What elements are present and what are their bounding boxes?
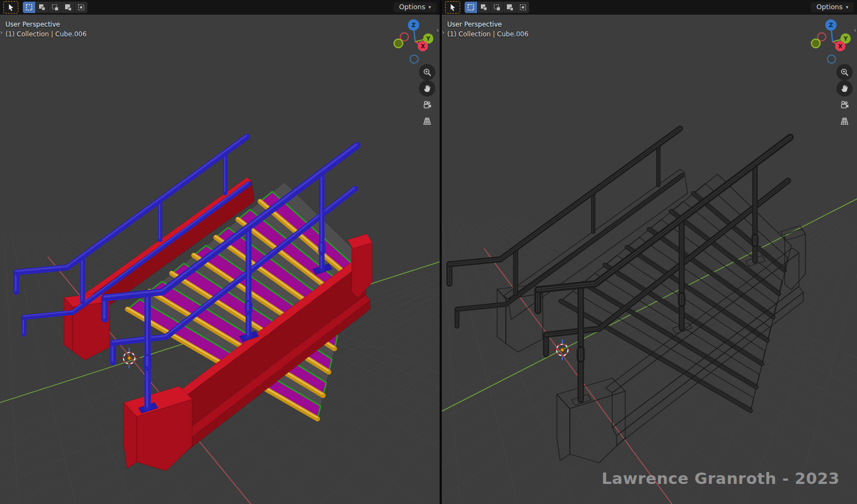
navigation-gizmo[interactable]: Z Y X bbox=[392, 18, 439, 68]
camera-view-icon bbox=[839, 99, 850, 110]
viewport-right-header: Options ▾ bbox=[442, 0, 857, 15]
tweak-tool-button[interactable] bbox=[445, 1, 460, 14]
select-mode-extend-button[interactable] bbox=[36, 2, 48, 13]
options-button[interactable]: Options ▾ bbox=[393, 2, 436, 12]
select-mode-group bbox=[465, 2, 529, 13]
gizmo-axis-neg-y[interactable] bbox=[811, 39, 820, 48]
scene-canvas-right[interactable] bbox=[442, 0, 857, 504]
projection-toggle-button[interactable] bbox=[836, 113, 853, 129]
select-mode-subtract-button[interactable] bbox=[491, 2, 503, 13]
select-mode-invert-button[interactable] bbox=[62, 2, 74, 13]
camera-view-button[interactable] bbox=[419, 97, 435, 113]
box-select-subtract-icon bbox=[493, 4, 500, 11]
chevron-down-icon: ▾ bbox=[428, 5, 431, 10]
svg-text:X: X bbox=[421, 43, 425, 49]
pan-hand-icon bbox=[840, 84, 849, 93]
tweak-cursor-icon bbox=[449, 4, 456, 11]
box-select-intersect-icon bbox=[78, 4, 85, 11]
pan-hand-icon bbox=[422, 84, 432, 93]
viewport-left-header: Options ▾ bbox=[0, 0, 440, 15]
viewport-nav-buttons bbox=[836, 64, 853, 129]
projection-grid-icon bbox=[839, 116, 850, 126]
navigation-gizmo[interactable]: Z Y X bbox=[809, 18, 856, 68]
scene-canvas-left[interactable] bbox=[0, 0, 440, 504]
svg-text:Y: Y bbox=[426, 35, 430, 42]
projection-toggle-button[interactable] bbox=[419, 113, 435, 129]
svg-text:Y: Y bbox=[843, 35, 848, 42]
box-select-set-icon bbox=[26, 4, 33, 11]
zoom-in-magnifier-icon bbox=[840, 67, 849, 77]
select-mode-invert-button[interactable] bbox=[504, 2, 516, 13]
camera-view-button[interactable] bbox=[836, 97, 853, 113]
viewport-right-pane: Options ▾ User Perspective (1) Collectio… bbox=[442, 0, 857, 504]
viewport-left-pane: Options ▾ User Perspective (1) Collectio… bbox=[0, 0, 440, 504]
svg-text:Z: Z bbox=[411, 22, 416, 29]
zoom-button[interactable] bbox=[836, 64, 853, 80]
tweak-cursor-icon bbox=[8, 4, 15, 11]
select-mode-set-button[interactable] bbox=[23, 2, 35, 13]
chevron-down-icon: ▾ bbox=[846, 5, 848, 10]
select-mode-intersect-button[interactable] bbox=[75, 2, 87, 13]
svg-text:Z: Z bbox=[829, 22, 833, 29]
gizmo-axis-z[interactable]: Z bbox=[408, 20, 420, 31]
select-mode-set-button[interactable] bbox=[465, 2, 477, 13]
gizmo-axis-neg-z[interactable] bbox=[410, 55, 418, 63]
select-mode-intersect-button[interactable] bbox=[517, 2, 529, 13]
options-label: Options bbox=[399, 4, 425, 11]
gizmo-axis-neg-z[interactable] bbox=[828, 55, 836, 63]
gizmo-axis-z[interactable]: Z bbox=[826, 20, 837, 31]
zoom-in-magnifier-icon bbox=[422, 67, 432, 77]
box-select-extend-icon bbox=[480, 4, 487, 11]
svg-text:X: X bbox=[838, 43, 842, 49]
zoom-button[interactable] bbox=[419, 64, 435, 80]
options-label: Options bbox=[816, 4, 842, 11]
box-select-set-icon bbox=[467, 4, 474, 11]
box-select-subtract-icon bbox=[52, 4, 59, 11]
select-mode-group bbox=[23, 2, 87, 13]
pan-view-button[interactable] bbox=[419, 80, 435, 97]
camera-view-icon bbox=[422, 99, 433, 110]
gizmo-axis-neg-y[interactable] bbox=[394, 39, 403, 48]
projection-grid-icon bbox=[422, 116, 433, 126]
viewport-nav-buttons bbox=[419, 64, 435, 129]
select-mode-subtract-button[interactable] bbox=[49, 2, 61, 13]
gizmo-axis-x[interactable]: X bbox=[418, 41, 428, 52]
toolbar-expand-chevron[interactable]: › bbox=[442, 28, 445, 36]
box-select-intersect-icon bbox=[519, 4, 526, 11]
tweak-tool-button[interactable] bbox=[3, 1, 18, 14]
options-button[interactable]: Options ▾ bbox=[811, 2, 854, 12]
gizmo-axis-x[interactable]: X bbox=[835, 41, 846, 52]
box-select-invert-icon bbox=[65, 4, 72, 11]
select-mode-extend-button[interactable] bbox=[478, 2, 490, 13]
box-select-extend-icon bbox=[39, 4, 46, 11]
box-select-invert-icon bbox=[506, 4, 513, 11]
toolbar-expand-chevron[interactable]: › bbox=[0, 28, 3, 36]
pan-view-button[interactable] bbox=[836, 80, 853, 97]
blender-split-view: Options ▾ User Perspective (1) Collectio… bbox=[0, 0, 857, 504]
